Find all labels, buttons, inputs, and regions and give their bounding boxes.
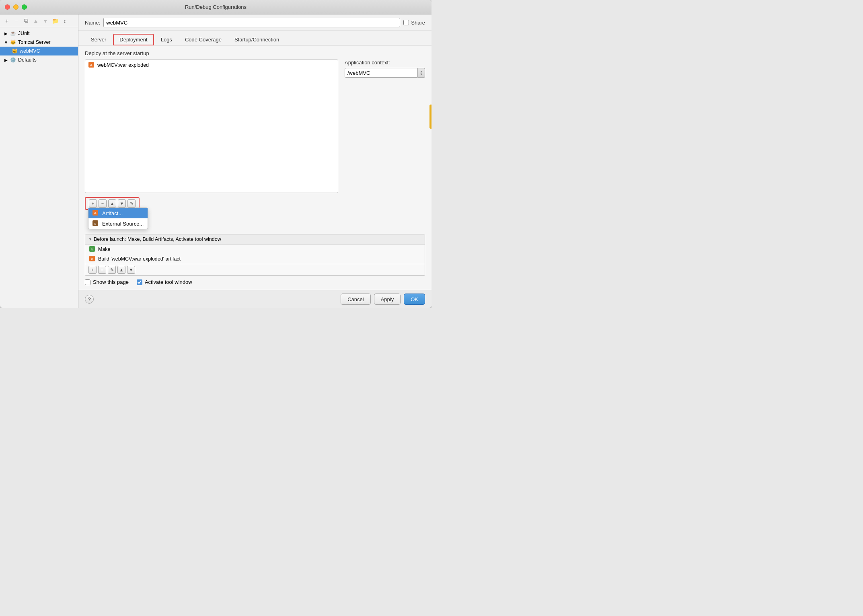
tab-logs[interactable]: Logs (155, 34, 178, 45)
remove-launch-button[interactable]: − (98, 266, 106, 274)
show-page-checkbox-item: Show this page (85, 279, 129, 285)
tab-code-coverage[interactable]: Code Coverage (179, 34, 228, 45)
name-label: Name: (85, 20, 100, 26)
sidebar-item-label: webMVC (20, 48, 40, 54)
svg-text:A: A (94, 211, 97, 215)
junit-icon: ☕ (10, 30, 16, 37)
svg-text:S: S (94, 222, 96, 226)
before-launch-section: ▼ Before launch: Make, Build Artifacts, … (85, 234, 425, 276)
ok-button[interactable]: OK (404, 294, 425, 305)
move-deploy-down-button[interactable]: ▼ (118, 199, 126, 207)
before-launch-item-build[interactable]: A Build 'webMCV:war exploded' artifact (85, 254, 425, 264)
share-area: Share (403, 20, 425, 26)
activate-window-checkbox[interactable] (137, 279, 142, 285)
spinner-down-icon: ▼ (420, 73, 423, 76)
toolbar-container: + − ▲ ▼ ✎ (85, 195, 338, 210)
move-down-button[interactable]: ▼ (41, 16, 50, 25)
edit-launch-button[interactable]: ✎ (108, 266, 116, 274)
apply-button[interactable]: Apply (374, 294, 401, 305)
move-launch-up-button[interactable]: ▲ (117, 266, 125, 274)
context-input-row: ▲ ▼ (345, 68, 425, 78)
cancel-button[interactable]: Cancel (341, 294, 370, 305)
build-artifact-icon: A (89, 256, 96, 262)
folder-button[interactable]: 📁 (51, 16, 60, 25)
tab-startup[interactable]: Startup/Connection (228, 34, 285, 45)
tomcat-icon: 🐱 (10, 39, 16, 45)
show-page-label: Show this page (93, 279, 129, 285)
sidebar-item-defaults[interactable]: ▶ ⚙️ Defaults (0, 55, 78, 64)
add-config-button[interactable]: + (2, 16, 11, 25)
dropdown-item-external-source[interactable]: S External Source... (88, 218, 148, 229)
webmvc-icon: 🐱 (11, 48, 18, 54)
activate-window-checkbox-item: Activate tool window (137, 279, 192, 285)
context-input[interactable] (345, 68, 418, 78)
tabs-bar: Server Deployment Logs Code Coverage Sta… (78, 31, 432, 45)
sidebar-item-webmvc[interactable]: 🐱 webMVC (0, 47, 78, 55)
minimize-button[interactable] (13, 4, 18, 10)
tab-content-deployment: Deploy at the server startup A (78, 45, 432, 290)
share-checkbox[interactable] (403, 20, 409, 25)
sort-button[interactable]: ↕ (60, 16, 69, 25)
deploy-section-label: Deploy at the server startup (85, 50, 425, 56)
arrow-icon: ▼ (3, 39, 9, 45)
sidebar-item-tomcat[interactable]: ▼ 🐱 Tomcat Server (0, 38, 78, 47)
titlebar: Run/Debug Configurations (0, 0, 432, 14)
external-source-icon: S (92, 220, 99, 227)
before-launch-header[interactable]: ▼ Before launch: Make, Build Artifacts, … (85, 234, 425, 244)
move-up-button[interactable]: ▲ (31, 16, 40, 25)
dropdown-item-label: Artifact... (102, 210, 123, 216)
make-icon: M (89, 246, 96, 253)
tab-deployment[interactable]: Deployment (113, 34, 154, 45)
sidebar-item-label: Tomcat Server (18, 39, 51, 45)
sidebar-tree: ▶ ☕ JUnit ▼ 🐱 Tomcat Server 🐱 webMVC (0, 27, 78, 308)
help-button[interactable]: ? (85, 295, 94, 304)
move-deploy-up-button[interactable]: ▲ (108, 199, 116, 207)
share-label: Share (411, 20, 425, 26)
checkboxes-row: Show this page Activate tool window (85, 276, 425, 285)
edit-deploy-button[interactable]: ✎ (127, 199, 136, 207)
name-input[interactable] (103, 18, 400, 27)
dropdown-item-label: External Source... (102, 221, 144, 227)
add-launch-button[interactable]: + (88, 266, 97, 274)
before-launch-title: Before launch: Make, Build Artifacts, Ac… (94, 236, 221, 242)
copy-config-button[interactable]: ⧉ (22, 16, 31, 25)
sidebar-item-junit[interactable]: ▶ ☕ JUnit (0, 29, 78, 38)
dropdown-item-artifact[interactable]: A Artifact... (88, 208, 148, 218)
sidebar: + − ⧉ ▲ ▼ 📁 ↕ ▶ ☕ JUnit ▼ 🐱 Tom (0, 14, 78, 308)
deploy-dropdown-menu: A Artifact... S (88, 207, 148, 229)
deploy-item-label: webMCV:war exploded (97, 62, 149, 68)
before-launch-arrow-icon: ▼ (88, 237, 92, 241)
remove-deploy-button[interactable]: − (99, 199, 107, 207)
bottom-bar: ? Cancel Apply OK (78, 290, 432, 308)
sidebar-item-label: Defaults (18, 57, 37, 63)
artifact-dropdown-icon: A (92, 210, 99, 216)
context-label: Application context: (345, 60, 425, 66)
main-content: + − ⧉ ▲ ▼ 📁 ↕ ▶ ☕ JUnit ▼ 🐱 Tom (0, 14, 432, 308)
before-launch-toolbar: + − ✎ ▲ ▼ (85, 264, 425, 275)
deploy-area: A webMCV:war exploded + (85, 60, 425, 210)
svg-text:M: M (91, 248, 94, 251)
app-context-panel: Application context: ▲ ▼ (345, 60, 425, 210)
activate-window-label: Activate tool window (145, 279, 192, 285)
scroll-indicator (429, 105, 432, 129)
add-deploy-button[interactable]: + (89, 199, 97, 207)
remove-config-button[interactable]: − (12, 16, 21, 25)
spinner-up-icon: ▲ (420, 70, 423, 73)
name-bar: Name: Share (78, 14, 432, 31)
deploy-list-item[interactable]: A webMCV:war exploded (85, 60, 338, 70)
artifact-icon: A (88, 62, 95, 68)
svg-text:A: A (91, 257, 94, 261)
arrow-icon: ▶ (3, 31, 9, 36)
before-launch-item-make[interactable]: M Make (85, 244, 425, 254)
move-launch-down-button[interactable]: ▼ (127, 266, 135, 274)
main-window: Run/Debug Configurations + − ⧉ ▲ ▼ 📁 ↕ ▶… (0, 0, 432, 308)
maximize-button[interactable] (22, 4, 27, 10)
tab-server[interactable]: Server (85, 34, 112, 45)
context-spinner[interactable]: ▲ ▼ (418, 68, 425, 78)
close-button[interactable] (5, 4, 10, 10)
traffic-lights (5, 4, 27, 10)
svg-text:A: A (90, 63, 93, 67)
before-launch-item-label: Build 'webMCV:war exploded' artifact (98, 256, 181, 262)
content-panel: Name: Share Server Deployment Logs (78, 14, 432, 308)
show-page-checkbox[interactable] (85, 279, 90, 285)
